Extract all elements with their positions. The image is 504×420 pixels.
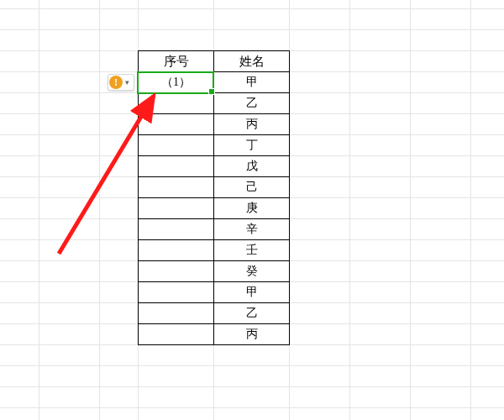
cell-name[interactable]: 甲 (214, 282, 290, 303)
table-row: 庚 (139, 198, 290, 219)
cell-name[interactable]: 丁 (214, 135, 290, 156)
cell-index[interactable] (139, 303, 214, 324)
table-row: 乙 (139, 303, 290, 324)
table-row: 乙 (139, 93, 290, 114)
col-header-name[interactable]: 姓名 (214, 51, 290, 72)
cell-index[interactable]: （1） (139, 72, 214, 93)
table-row: 己 (139, 177, 290, 198)
table-row: 壬 (139, 240, 290, 261)
cell-name[interactable]: 乙 (214, 303, 290, 324)
cell-name[interactable]: 丙 (214, 114, 290, 135)
col-header-index[interactable]: 序号 (139, 51, 214, 72)
cell-name[interactable]: 戊 (214, 156, 290, 177)
cell-name[interactable]: 壬 (214, 240, 290, 261)
table-row: 丁 (139, 135, 290, 156)
cell-index[interactable] (139, 177, 214, 198)
warning-icon: ! (109, 76, 123, 89)
cell-index[interactable] (139, 324, 214, 345)
cell-index[interactable] (139, 93, 214, 114)
cell-index[interactable] (139, 219, 214, 240)
table-header-row: 序号 姓名 (139, 51, 290, 72)
chevron-down-icon: ▾ (125, 78, 129, 87)
table-row: 丙 (139, 114, 290, 135)
cell-index[interactable] (139, 282, 214, 303)
cell-index[interactable] (139, 198, 214, 219)
cell-name[interactable]: 辛 (214, 219, 290, 240)
cell-name[interactable]: 己 (214, 177, 290, 198)
table-row: 癸 (139, 261, 290, 282)
error-smart-tag[interactable]: ! ▾ (108, 74, 134, 91)
cell-index[interactable] (139, 114, 214, 135)
table-row: 辛 (139, 219, 290, 240)
table-row: 戊 (139, 156, 290, 177)
cell-name[interactable]: 庚 (214, 198, 290, 219)
cell-name[interactable]: 乙 (214, 93, 290, 114)
data-table: 序号 姓名 （1）甲乙丙丁戊己庚辛壬癸甲乙丙 (138, 50, 290, 345)
cell-index[interactable] (139, 261, 214, 282)
cell-name[interactable]: 癸 (214, 261, 290, 282)
table-row: （1）甲 (139, 72, 290, 93)
cell-index[interactable] (139, 240, 214, 261)
table-row: 丙 (139, 324, 290, 345)
cell-name[interactable]: 甲 (214, 72, 290, 93)
cell-index[interactable] (139, 156, 214, 177)
cell-index[interactable] (139, 135, 214, 156)
table-row: 甲 (139, 282, 290, 303)
cell-name[interactable]: 丙 (214, 324, 290, 345)
